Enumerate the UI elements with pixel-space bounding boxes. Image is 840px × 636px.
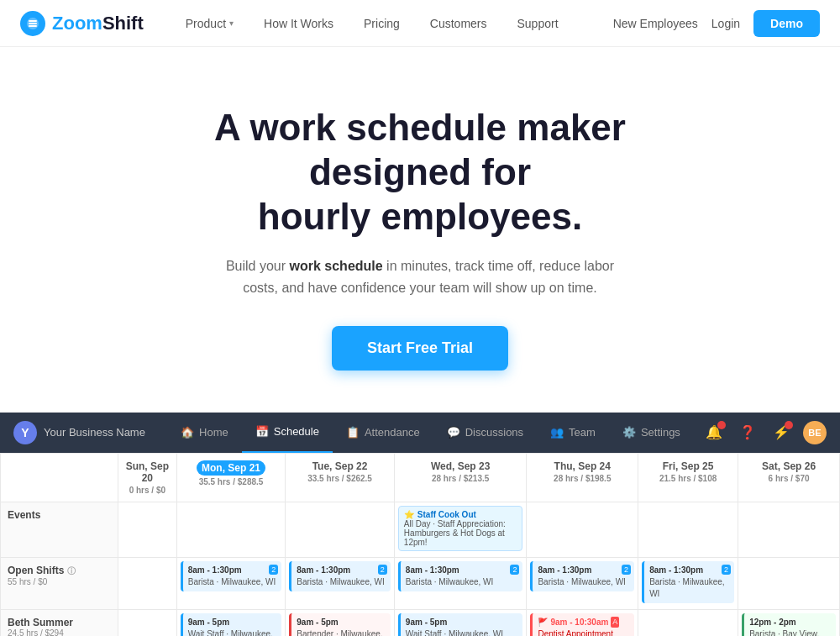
- shift-card[interactable]: 12pm - 2pm Barista · Bay View, WI: [742, 613, 836, 636]
- shift-count-badge: 2: [722, 565, 731, 576]
- shift-count-badge: 2: [622, 565, 631, 576]
- app-nav-attendance[interactable]: 📋 Attendance: [333, 413, 433, 453]
- nav-item-how-it-works[interactable]: How It Works: [249, 0, 349, 47]
- beth-sun: [118, 609, 177, 636]
- user-avatar[interactable]: BE: [803, 421, 827, 444]
- shift-count-badge: 2: [510, 565, 519, 576]
- events-row: Events ⭐ Staff Cook Out All Day · Staff …: [1, 502, 840, 557]
- events-sun: [118, 502, 177, 557]
- day-header-fri: Fri, Sep 25 21.5 hrs / $108: [638, 453, 738, 502]
- beth-sat[interactable]: 12pm - 2pm Barista · Bay View, WI: [738, 609, 840, 636]
- star-icon: ⭐: [404, 510, 414, 519]
- shift-card[interactable]: 8am - 1:30pm Barista · Milwaukee, WI 2: [181, 561, 282, 591]
- events-tue: [286, 502, 395, 557]
- shift-card[interactable]: 8am - 1:30pm Barista · Milwaukee, WI 2: [642, 561, 734, 603]
- day-header-sat: Sat, Sep 26 6 hrs / $70: [738, 453, 840, 502]
- settings-icon: ⚙️: [622, 426, 636, 439]
- logo-icon: [20, 11, 45, 36]
- notifications-badge: [717, 421, 726, 429]
- schedule-section: Sun, Sep 20 0 hrs / $0 Mon, Sep 21 35.5 …: [0, 453, 840, 636]
- shift-card[interactable]: 9am - 5pm Bartender · Milwaukee, WI: [289, 613, 391, 636]
- open-shifts-thu[interactable]: 8am - 1:30pm Barista · Milwaukee, WI 2: [527, 557, 638, 609]
- navbar: ZoomShift Product ▾ How It Works Pricing…: [0, 0, 840, 47]
- chevron-down-icon: ▾: [229, 18, 234, 28]
- beth-tue[interactable]: 9am - 5pm Bartender · Milwaukee, WI: [286, 609, 395, 636]
- logo[interactable]: ZoomShift: [20, 11, 144, 36]
- app-nav-settings[interactable]: ⚙️ Settings: [609, 413, 694, 453]
- app-bar-right: 🔔 ❓ ⚡ BE: [702, 421, 827, 444]
- discussions-icon: 💬: [447, 426, 460, 439]
- schedule-icon: 📅: [255, 425, 269, 438]
- day-header-tue: Tue, Sep 22 33.5 hrs / $262.5: [286, 453, 395, 502]
- beth-label: Beth Summer 24.5 hrs / $294: [1, 609, 118, 636]
- app-business-name: Your Business Name: [44, 426, 145, 439]
- team-icon: 👥: [550, 426, 564, 439]
- open-shifts-mon[interactable]: 8am - 1:30pm Barista · Milwaukee, WI 2: [176, 557, 286, 609]
- notifications-button[interactable]: 🔔: [702, 421, 726, 444]
- shift-count-badge: 2: [269, 565, 278, 576]
- open-shifts-label: Open Shifts ⓘ 55 hrs / $0: [1, 557, 118, 609]
- activity-badge: [785, 421, 793, 429]
- nav-new-employees[interactable]: New Employees: [613, 17, 698, 30]
- nav-item-product[interactable]: Product ▾: [171, 0, 249, 47]
- attendance-icon: 📋: [346, 426, 360, 439]
- day-header-sun: Sun, Sep 20 0 hrs / $0: [118, 453, 177, 502]
- app-nav-team[interactable]: 👥 Team: [537, 413, 609, 453]
- schedule-table: Sun, Sep 20 0 hrs / $0 Mon, Sep 21 35.5 …: [0, 453, 840, 636]
- start-trial-button[interactable]: Start Free Trial: [332, 326, 508, 371]
- events-fri: [638, 502, 738, 557]
- nav-links: Product ▾ How It Works Pricing Customers…: [171, 0, 613, 47]
- open-shifts-wed[interactable]: 8am - 1:30pm Barista · Milwaukee, WI 2: [394, 557, 527, 609]
- beth-summer-row: Beth Summer 24.5 hrs / $294 9am - 5pm Wa…: [1, 609, 840, 636]
- help-icon: ⓘ: [67, 566, 76, 576]
- hero-heading: A work schedule maker designed for hourl…: [168, 106, 672, 239]
- shift-card[interactable]: 9am - 5pm Wait Staff · Milwaukee, WI: [398, 613, 523, 636]
- app-nav-schedule[interactable]: 📅 Schedule: [242, 413, 333, 453]
- beth-fri: [638, 609, 738, 636]
- hero-section: A work schedule maker designed for hourl…: [0, 47, 840, 413]
- app-logo: Y Your Business Name: [13, 421, 145, 444]
- day-header-wed: Wed, Sep 23 28 hrs / $213.5: [394, 453, 527, 502]
- open-shifts-sat: [738, 557, 840, 609]
- open-shifts-sun: [118, 557, 177, 609]
- nav-item-customers[interactable]: Customers: [415, 0, 502, 47]
- login-button[interactable]: Login: [711, 17, 740, 30]
- open-shifts-fri[interactable]: 8am - 1:30pm Barista · Milwaukee, WI 2: [638, 557, 738, 609]
- day-header-mon: Mon, Sep 21 35.5 hrs / $288.5: [176, 453, 286, 502]
- app-nav: 🏠 Home 📅 Schedule 📋 Attendance 💬 Discuss…: [159, 413, 702, 453]
- day-header-thu: Thu, Sep 24 28 hrs / $198.5: [527, 453, 638, 502]
- open-shifts-row: Open Shifts ⓘ 55 hrs / $0 8am - 1:30pm B…: [1, 557, 840, 609]
- app-nav-home[interactable]: 🏠 Home: [167, 413, 242, 453]
- shift-card[interactable]: 8am - 1:30pm Barista · Milwaukee, WI 2: [289, 561, 391, 591]
- logo-text: ZoomShift: [52, 13, 144, 34]
- events-label: Events: [1, 502, 118, 557]
- home-icon: 🏠: [181, 426, 194, 439]
- dentist-appointment-card[interactable]: 🚩 9am - 10:30am A Dentist Appointment: [530, 613, 634, 636]
- events-thu: [527, 502, 638, 557]
- hero-description: Build your work schedule in minutes, tra…: [210, 255, 630, 298]
- events-wed[interactable]: ⭐ Staff Cook Out All Day · Staff Appreci…: [394, 502, 527, 557]
- beth-wed[interactable]: 9am - 5pm Wait Staff · Milwaukee, WI: [394, 609, 527, 636]
- nav-right: New Employees Login Demo: [613, 10, 820, 37]
- nav-item-pricing[interactable]: Pricing: [349, 0, 415, 47]
- activity-button[interactable]: ⚡: [769, 421, 793, 444]
- events-sat: [738, 502, 840, 557]
- table-header-row: Sun, Sep 20 0 hrs / $0 Mon, Sep 21 35.5 …: [1, 453, 840, 502]
- help-button[interactable]: ❓: [736, 421, 759, 444]
- shift-card[interactable]: 8am - 1:30pm Barista · Milwaukee, WI 2: [398, 561, 523, 591]
- flag-icon: 🚩: [538, 617, 548, 628]
- beth-mon[interactable]: 9am - 5pm Wait Staff · Milwaukee, WI: [176, 609, 286, 636]
- absent-badge: A: [611, 617, 619, 628]
- shift-card[interactable]: 8am - 1:30pm Barista · Milwaukee, WI 2: [530, 561, 634, 591]
- events-mon: [176, 502, 286, 557]
- beth-thu[interactable]: 🚩 9am - 10:30am A Dentist Appointment: [527, 609, 638, 636]
- shift-card[interactable]: 9am - 5pm Wait Staff · Milwaukee, WI: [181, 613, 282, 636]
- label-column-header: [1, 453, 118, 502]
- demo-button[interactable]: Demo: [753, 10, 820, 37]
- shift-count-badge: 2: [378, 565, 387, 576]
- open-shifts-tue[interactable]: 8am - 1:30pm Barista · Milwaukee, WI 2: [286, 557, 395, 609]
- app-user-avatar: Y: [13, 421, 37, 444]
- app-nav-discussions[interactable]: 💬 Discussions: [433, 413, 537, 453]
- nav-item-support[interactable]: Support: [502, 0, 574, 47]
- staff-cookout-event[interactable]: ⭐ Staff Cook Out All Day · Staff Appreci…: [398, 506, 523, 551]
